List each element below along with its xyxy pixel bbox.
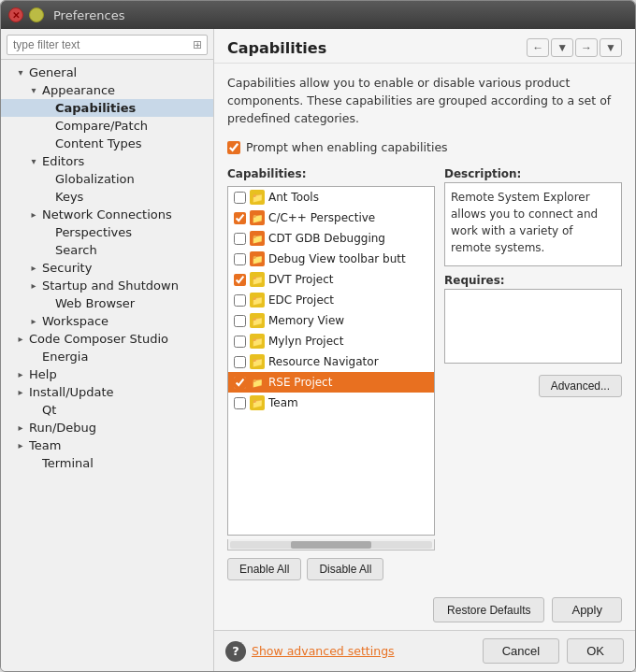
- sidebar-item-network-connections[interactable]: Network Connections: [1, 206, 213, 223]
- cap-checkbox-cpp-perspective[interactable]: [234, 212, 246, 224]
- description-section: Description: Remote System Explorer allo…: [444, 167, 622, 266]
- main-panel: Capabilities ← ▼ → ▼ Capabilities allow …: [214, 29, 635, 671]
- nav-dropdown-button[interactable]: ▼: [551, 38, 573, 57]
- cap-icon-resource-navigator: 📁: [250, 354, 265, 369]
- cap-item-cdt-gdb[interactable]: 📁 CDT GDB Debugging: [228, 228, 434, 249]
- sidebar-item-terminal[interactable]: Terminal: [1, 454, 213, 472]
- sidebar-item-editors[interactable]: Editors: [1, 152, 213, 170]
- sidebar-item-qt[interactable]: Qt: [1, 401, 213, 419]
- nav-back-button[interactable]: ←: [527, 38, 549, 57]
- prompt-checkbox-row: Prompt when enabling capabilities: [227, 136, 622, 158]
- cap-checkbox-ant-tools[interactable]: [234, 192, 246, 204]
- cancel-button[interactable]: Cancel: [483, 638, 559, 664]
- cap-checkbox-dvt-project[interactable]: [234, 274, 246, 286]
- sidebar-item-appearance[interactable]: Appearance: [1, 81, 213, 99]
- cap-item-edc-project[interactable]: 📁 EDC Project: [228, 290, 434, 310]
- cap-checkbox-mylyn-project[interactable]: [234, 336, 246, 348]
- arrow-editors: [27, 156, 40, 166]
- titlebar: ✕ Preferences: [1, 1, 635, 29]
- sidebar-item-help[interactable]: Help: [1, 365, 213, 383]
- cap-checkbox-team[interactable]: [234, 397, 246, 409]
- nav-forward-button[interactable]: →: [575, 38, 598, 57]
- sidebar-item-content-types[interactable]: Content Types: [1, 135, 213, 152]
- ok-button[interactable]: OK: [567, 638, 624, 664]
- help-icon[interactable]: ?: [225, 641, 246, 662]
- cap-item-team-cap[interactable]: 📁 Team: [228, 393, 434, 413]
- sidebar-item-workspace[interactable]: Workspace: [1, 312, 213, 330]
- arrow-ccs: [14, 334, 27, 344]
- sidebar-item-search[interactable]: Search: [1, 241, 213, 259]
- cap-icon-cdt-gdb: 📁: [250, 231, 265, 246]
- cap-item-ant-tools[interactable]: 📁 Ant Tools: [228, 187, 434, 207]
- close-button[interactable]: ✕: [8, 7, 23, 22]
- cap-label-memory-view: Memory View: [268, 314, 344, 327]
- page-title: Capabilities: [227, 39, 326, 57]
- capabilities-heading: Capabilities:: [227, 167, 435, 180]
- cap-checkbox-rse-project[interactable]: [234, 377, 246, 389]
- cap-checkbox-memory-view[interactable]: [234, 315, 246, 327]
- cap-item-memory-view[interactable]: 📁 Memory View: [228, 310, 434, 331]
- cap-item-rse-project[interactable]: 📁 RSE Project: [228, 372, 434, 393]
- arrow-workspace: [27, 316, 40, 326]
- sidebar-item-code-composer-studio[interactable]: Code Composer Studio: [1, 330, 213, 348]
- sidebar-item-capabilities[interactable]: Capabilities: [1, 99, 213, 117]
- sidebar-item-energia[interactable]: Energia: [1, 348, 213, 365]
- cap-label-cdt-gdb: CDT GDB Debugging: [268, 232, 385, 245]
- arrow-network-connections: [27, 209, 40, 220]
- cap-icon-edc-project: 📁: [250, 293, 265, 307]
- description-heading: Description:: [444, 167, 622, 180]
- filter-icon: ⊞: [193, 38, 202, 51]
- cap-icon-team: 📁: [250, 395, 265, 410]
- arrow-install-update: [14, 387, 27, 397]
- show-advanced-link[interactable]: Show advanced settings: [252, 644, 395, 658]
- sidebar-item-run-debug[interactable]: Run/Debug: [1, 419, 213, 436]
- cap-icon-ant-tools: 📁: [250, 190, 265, 205]
- sidebar-item-web-browser[interactable]: Web Browser: [1, 294, 213, 312]
- apply-button[interactable]: Apply: [552, 597, 622, 622]
- cap-checkbox-edc-project[interactable]: [234, 294, 246, 307]
- nav-forward-dropdown-button[interactable]: ▼: [600, 38, 622, 57]
- advanced-button[interactable]: Advanced...: [539, 375, 622, 397]
- cap-label-cpp-perspective: C/C++ Perspective: [268, 211, 375, 224]
- scroll-thumb: [291, 541, 371, 549]
- capabilities-scrollbar[interactable]: [227, 539, 435, 550]
- capabilities-list[interactable]: 📁 Ant Tools 📁 C/C++ Perspective: [227, 186, 435, 536]
- cap-checkbox-cdt-gdb[interactable]: [234, 233, 246, 245]
- sidebar-item-globalization[interactable]: Globalization: [1, 170, 213, 188]
- description-box: Remote System Explorer allows you to con…: [444, 182, 622, 266]
- footer-buttons: Cancel OK: [483, 638, 624, 664]
- sidebar-item-security[interactable]: Security: [1, 259, 213, 277]
- cap-label-dvt-project: DVT Project: [268, 273, 333, 286]
- prompt-checkbox[interactable]: [227, 141, 240, 154]
- cap-item-debug-view[interactable]: 📁 Debug View toolbar butt: [228, 249, 434, 269]
- enable-all-button[interactable]: Enable All: [227, 558, 301, 580]
- minimize-button[interactable]: [29, 7, 44, 22]
- main-body: Capabilities allow you to enable or disa…: [214, 64, 635, 592]
- arrow-general: [14, 67, 27, 78]
- capabilities-left: Capabilities: 📁 Ant Tools 📁: [227, 167, 435, 580]
- restore-defaults-button[interactable]: Restore Defaults: [433, 597, 544, 622]
- cap-checkbox-debug-view[interactable]: [234, 253, 246, 265]
- sidebar-item-compare-patch[interactable]: Compare/Patch: [1, 117, 213, 135]
- cap-item-dvt-project[interactable]: 📁 DVT Project: [228, 269, 434, 290]
- window-title: Preferences: [53, 8, 124, 22]
- cap-label-debug-view: Debug View toolbar butt: [268, 252, 406, 265]
- cap-item-resource-navigator[interactable]: 📁 Resource Navigator: [228, 351, 434, 372]
- sidebar-item-startup-shutdown[interactable]: Startup and Shutdown: [1, 277, 213, 294]
- disable-all-button[interactable]: Disable All: [307, 558, 383, 580]
- cap-icon-memory-view: 📁: [250, 313, 265, 328]
- filter-box: ⊞: [1, 29, 213, 60]
- sidebar-item-team[interactable]: Team: [1, 436, 213, 454]
- sidebar-item-general[interactable]: General: [1, 64, 213, 81]
- sidebar-tree: General Appearance Capabilities Compare/…: [1, 60, 213, 671]
- sidebar-item-perspectives[interactable]: Perspectives: [1, 223, 213, 241]
- sidebar-item-install-update[interactable]: Install/Update: [1, 383, 213, 401]
- cap-item-cpp-perspective[interactable]: 📁 C/C++ Perspective: [228, 207, 434, 228]
- capabilities-description: Capabilities allow you to enable or disa…: [227, 75, 622, 127]
- cap-checkbox-resource-navigator[interactable]: [234, 356, 246, 368]
- cap-item-mylyn-project[interactable]: 📁 Mylyn Project: [228, 331, 434, 351]
- capabilities-right: Description: Remote System Explorer allo…: [444, 167, 622, 580]
- sidebar-item-keys[interactable]: Keys: [1, 188, 213, 206]
- prompt-checkbox-label[interactable]: Prompt when enabling capabilities: [246, 140, 448, 154]
- filter-input[interactable]: [7, 35, 208, 55]
